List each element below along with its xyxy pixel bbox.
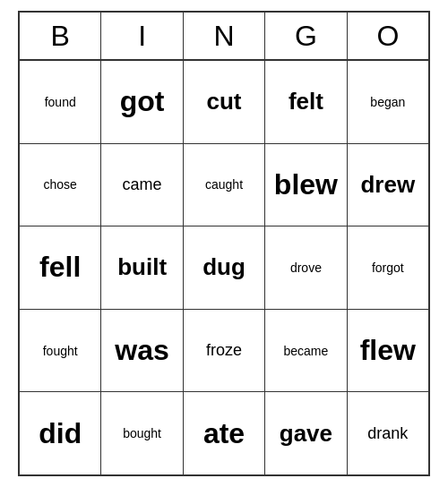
bingo-body: foundgotcutfeltbeganchosecamecaughtblewd… [20,61,428,474]
bingo-cell-4-4: drank [348,392,428,474]
bingo-cell-4-1: bought [101,392,183,474]
bingo-cell-1-2: caught [184,144,265,226]
bingo-cell-2-2: dug [184,226,265,309]
bingo-cell-2-4: forgot [348,226,428,309]
header-letter-o: O [348,13,428,59]
bingo-cell-3-2: froze [184,310,265,392]
bingo-row-4: didboughtategavedrank [20,392,428,474]
bingo-cell-1-3: blew [265,144,347,226]
bingo-cell-4-2: ate [184,392,265,474]
bingo-row-0: foundgotcutfeltbegan [20,61,428,144]
bingo-cell-3-0: fought [20,310,101,392]
bingo-cell-1-1: came [101,144,183,226]
bingo-row-3: foughtwasfrozebecameflew [20,310,428,393]
bingo-cell-0-2: cut [184,61,265,143]
bingo-cell-2-0: fell [20,226,101,309]
bingo-cell-0-1: got [101,61,183,143]
bingo-cell-4-3: gave [265,392,347,474]
header-letter-i: I [101,13,183,59]
header-letter-n: N [184,13,265,59]
bingo-cell-2-3: drove [265,226,347,309]
bingo-card: BINGO foundgotcutfeltbeganchosecamecaugh… [18,11,430,476]
bingo-cell-3-4: flew [348,310,428,392]
header-letter-g: G [265,13,347,59]
bingo-cell-1-0: chose [20,144,101,226]
bingo-cell-3-3: became [265,310,347,392]
bingo-cell-0-0: found [20,61,101,143]
bingo-row-2: fellbuiltdugdroveforgot [20,226,428,310]
bingo-cell-0-3: felt [265,61,347,143]
bingo-cell-0-4: began [348,61,428,143]
bingo-header: BINGO [20,13,428,61]
bingo-cell-3-1: was [101,310,183,392]
bingo-cell-4-0: did [20,392,101,474]
bingo-cell-2-1: built [101,226,183,309]
header-letter-b: B [20,13,101,59]
bingo-cell-1-4: drew [348,144,428,226]
bingo-row-1: chosecamecaughtblewdrew [20,144,428,227]
